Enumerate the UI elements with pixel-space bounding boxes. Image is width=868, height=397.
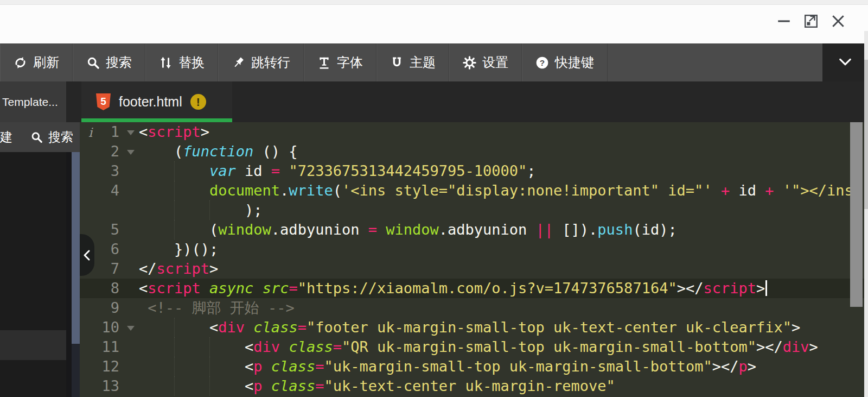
code-token bbox=[263, 377, 271, 394]
code-text[interactable]: (function () { bbox=[139, 142, 868, 161]
sidebar-divider bbox=[66, 152, 72, 397]
editor-scrollbar[interactable] bbox=[850, 122, 863, 397]
toolbar-button-settings[interactable]: 设置 bbox=[449, 43, 522, 81]
toolbar-button-shortcuts[interactable]: ?快捷键 bbox=[522, 43, 608, 81]
toolbar-collapse-button[interactable] bbox=[822, 43, 868, 81]
html5-icon: 5 bbox=[96, 93, 111, 110]
toolbar-button-goto-line[interactable]: 跳转行 bbox=[218, 43, 304, 81]
code-text[interactable]: <script async src="https://xiaomalm.com/… bbox=[139, 279, 868, 298]
search-icon bbox=[29, 130, 43, 144]
code-token: script bbox=[148, 123, 201, 140]
code-token: window bbox=[386, 221, 439, 238]
code-token: ( bbox=[139, 221, 218, 238]
code-token: .adbyunion bbox=[439, 221, 536, 238]
code-token: write bbox=[289, 182, 333, 199]
sidebar-scrollbar-thumb[interactable] bbox=[72, 152, 80, 344]
tab-footer-html[interactable]: 5 footer.html ! bbox=[81, 81, 232, 122]
code-token: []). bbox=[553, 221, 597, 238]
main-area: 建 搜索 i1<script>2 (function () {3 var id … bbox=[0, 122, 868, 397]
code-text[interactable]: (window.adbyunion = window.adbyunion || … bbox=[139, 220, 868, 240]
toolbar-button-refresh[interactable]: 刷新 bbox=[0, 43, 73, 81]
pin-icon bbox=[231, 55, 245, 70]
maximize-button[interactable] bbox=[802, 13, 820, 31]
code-token: < bbox=[139, 377, 253, 394]
close-icon bbox=[831, 14, 846, 31]
window-scrollbar[interactable] bbox=[864, 31, 868, 397]
editor-scrollbar-thumb[interactable] bbox=[850, 122, 863, 307]
toolbar-button-font[interactable]: 字体 bbox=[304, 43, 376, 81]
sidebar-scrollbar[interactable] bbox=[72, 152, 80, 397]
chevron-left-icon bbox=[81, 248, 93, 262]
line-number: 12 bbox=[101, 357, 119, 376]
code-line-9: 9 <!-- 脚部 开始 --> bbox=[80, 298, 868, 318]
code-token: var bbox=[209, 162, 236, 179]
code-token: + bbox=[765, 182, 774, 199]
line-number: 10 bbox=[101, 318, 119, 337]
gear-icon bbox=[462, 55, 476, 70]
sidebar-header[interactable]: Template... bbox=[0, 81, 66, 122]
code-token bbox=[712, 182, 721, 199]
line-number: 4 bbox=[111, 181, 119, 200]
warning-badge-icon: ! bbox=[190, 94, 206, 110]
toolbar-label-refresh: 刷新 bbox=[33, 54, 59, 71]
window-controls bbox=[775, 13, 847, 31]
code-token: > bbox=[209, 260, 218, 277]
indent-guide bbox=[174, 200, 175, 220]
code-line-10: 10 <div class="footer uk-margin-small-to… bbox=[80, 318, 868, 337]
code-token: (id); bbox=[633, 221, 676, 238]
close-button[interactable] bbox=[829, 13, 847, 31]
code-token: div bbox=[218, 319, 245, 336]
code-text[interactable]: <!-- 脚部 开始 --> bbox=[139, 298, 868, 318]
code-token: class bbox=[271, 358, 315, 375]
code-text[interactable]: <p class="uk-margin-small-top uk-margin-… bbox=[139, 357, 868, 376]
code-line-wrap: ); bbox=[80, 200, 868, 220]
code-text[interactable]: <div class="footer uk-margin-small-top u… bbox=[139, 318, 868, 337]
fold-arrow-icon[interactable] bbox=[127, 130, 135, 135]
toolbar-button-theme[interactable]: 主题 bbox=[376, 43, 449, 81]
code-token: id bbox=[730, 182, 765, 199]
code-token: .adbyunion bbox=[271, 221, 368, 238]
replace-icon bbox=[158, 55, 173, 70]
line-number: 6 bbox=[111, 240, 119, 259]
code-text[interactable]: var id = "7233675313442459795-10000"; bbox=[139, 161, 868, 181]
toolbar-button-replace[interactable]: 替换 bbox=[145, 43, 218, 81]
code-text[interactable]: <div class="QR uk-margin-small-top uk-ma… bbox=[139, 337, 868, 357]
indent-guide bbox=[174, 220, 175, 240]
gutter: 2 bbox=[80, 142, 139, 161]
toolbar-label-settings: 设置 bbox=[482, 54, 508, 71]
toolbar-button-search[interactable]: 搜索 bbox=[73, 43, 145, 81]
code-text[interactable]: <p class="uk-text-center uk-margin-remov… bbox=[139, 376, 868, 396]
code-text[interactable]: document.write('<ins style="display:none… bbox=[139, 181, 868, 200]
code-token: script bbox=[157, 260, 210, 277]
code-token: async bbox=[209, 280, 253, 297]
indent-guide bbox=[174, 181, 175, 200]
code-token: "7233675313442459795-10000" bbox=[289, 162, 527, 179]
new-file-button[interactable]: 建 bbox=[0, 129, 14, 146]
sidebar-collapse-handle[interactable] bbox=[80, 234, 94, 276]
code-token: function bbox=[183, 143, 253, 160]
fold-arrow-icon[interactable] bbox=[127, 150, 135, 155]
toolbar-spacer bbox=[608, 43, 822, 81]
code-token: "https://xiaomalm.com/o.js?v=17473765871… bbox=[298, 280, 677, 297]
code-text[interactable]: </script> bbox=[139, 259, 868, 279]
code-token: ></ bbox=[756, 338, 783, 355]
code-text[interactable]: <script> bbox=[139, 122, 868, 142]
fold-arrow-icon[interactable] bbox=[127, 326, 135, 331]
code-text[interactable]: ); bbox=[139, 200, 868, 220]
gutter: 13 bbox=[80, 376, 139, 396]
gutter: 9 bbox=[80, 298, 139, 318]
help-circle-icon: ? bbox=[535, 55, 549, 70]
code-token: document bbox=[209, 182, 280, 199]
code-token: < bbox=[139, 358, 253, 375]
code-editor[interactable]: i1<script>2 (function () {3 var id = "72… bbox=[80, 122, 868, 397]
file-tree-panel[interactable] bbox=[0, 152, 66, 397]
sidebar-actions: 建 搜索 bbox=[0, 122, 80, 152]
code-token bbox=[280, 162, 289, 179]
code-token: < bbox=[139, 338, 253, 355]
minimize-button[interactable] bbox=[775, 13, 793, 31]
code-text[interactable]: })(); bbox=[139, 240, 868, 259]
tree-search-button[interactable]: 搜索 bbox=[29, 129, 73, 146]
tree-selected-row[interactable] bbox=[0, 330, 66, 360]
code-token: = bbox=[368, 221, 377, 238]
window-scrollbar-thumb[interactable] bbox=[864, 60, 868, 209]
